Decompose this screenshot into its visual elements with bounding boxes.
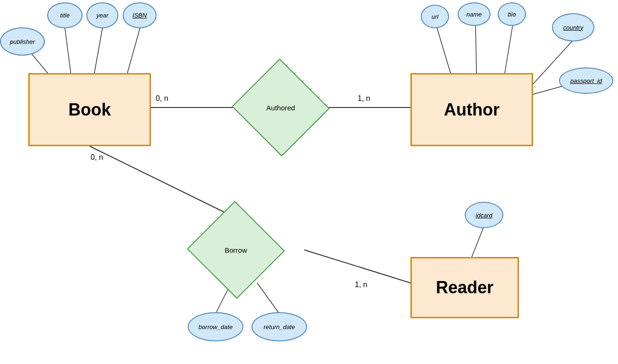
cardinality-author-authored: 1, n: [358, 94, 370, 103]
attr-bio: bio: [498, 2, 526, 26]
cardinality-book-borrow: 0, n: [91, 153, 103, 162]
entity-book: Book: [28, 73, 151, 146]
relation-authored: Authored: [246, 74, 315, 141]
attr-isbn: ISBN: [123, 2, 157, 28]
svg-line-3: [304, 250, 410, 283]
entity-reader: Reader: [410, 257, 519, 318]
svg-line-6: [94, 26, 103, 73]
attr-country: country: [552, 13, 594, 41]
svg-line-9: [476, 25, 476, 73]
diagram-svg: [0, 0, 618, 364]
attr-return-date: return_date: [251, 312, 307, 341]
relation-borrow-label: Borrow: [225, 246, 247, 254]
svg-line-10: [505, 25, 513, 73]
entity-reader-label: Reader: [436, 278, 493, 298]
entity-author-label: Author: [444, 100, 500, 120]
svg-line-15: [257, 283, 279, 314]
svg-line-7: [127, 26, 141, 73]
svg-line-5: [65, 26, 71, 73]
attr-passport-id: passport_id: [559, 67, 613, 94]
entity-author: Author: [410, 73, 533, 146]
attr-idcard: idcard: [465, 202, 503, 228]
cardinality-reader-borrow: 1, n: [355, 281, 367, 289]
svg-line-13: [472, 227, 484, 257]
entity-book-label: Book: [68, 100, 111, 120]
attr-name: name: [458, 2, 491, 26]
cardinality-book-authored: 0, n: [156, 94, 168, 103]
attr-title: title: [47, 2, 83, 28]
attr-publisher: publisher: [0, 27, 45, 56]
attr-borrow-date: borrow_date: [188, 312, 243, 341]
svg-line-2: [90, 146, 236, 218]
relation-borrow: Borrow: [201, 217, 270, 283]
attr-year: year: [86, 2, 118, 28]
attr-url: url: [421, 5, 449, 28]
relation-authored-label: Authored: [267, 104, 295, 112]
svg-line-8: [436, 26, 451, 73]
